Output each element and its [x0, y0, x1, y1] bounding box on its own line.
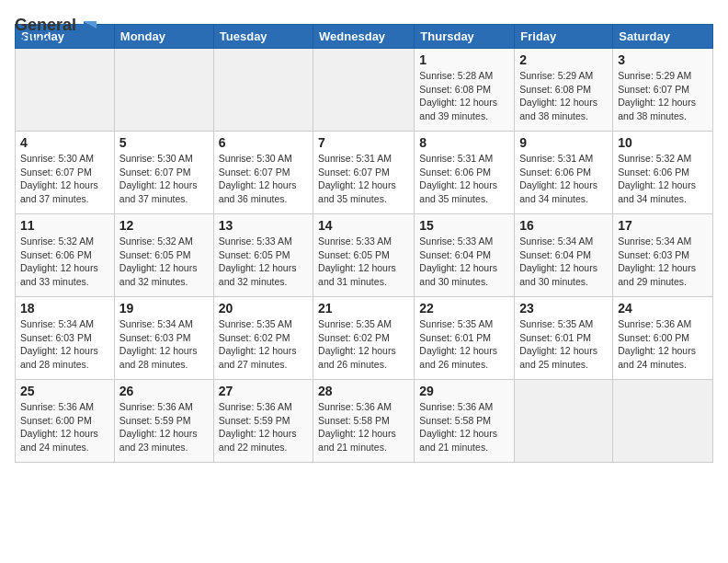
calendar-cell: 15Sunrise: 5:33 AM Sunset: 6:04 PM Dayli…	[415, 214, 515, 297]
header-row: Sunday Monday Tuesday Wednesday Thursday…	[16, 25, 713, 49]
day-number: 21	[318, 301, 409, 316]
calendar-cell: 20Sunrise: 5:35 AM Sunset: 6:02 PM Dayli…	[213, 297, 313, 380]
day-number: 11	[20, 218, 109, 233]
day-number: 13	[219, 218, 308, 233]
day-info: Sunrise: 5:33 AM Sunset: 6:04 PM Dayligh…	[419, 235, 509, 289]
day-info: Sunrise: 5:36 AM Sunset: 6:00 PM Dayligh…	[618, 317, 708, 372]
day-info: Sunrise: 5:31 AM Sunset: 6:06 PM Dayligh…	[419, 152, 509, 206]
calendar-cell: 16Sunrise: 5:34 AM Sunset: 6:04 PM Dayli…	[515, 214, 613, 297]
calendar-cell: 25Sunrise: 5:36 AM Sunset: 6:00 PM Dayli…	[16, 380, 115, 463]
day-number: 1	[419, 52, 509, 67]
calendar-cell: 24Sunrise: 5:36 AM Sunset: 6:00 PM Dayli…	[613, 297, 713, 380]
day-number: 17	[618, 218, 708, 233]
calendar-cell: 5Sunrise: 5:30 AM Sunset: 6:07 PM Daylig…	[114, 132, 213, 214]
calendar-cell: 29Sunrise: 5:36 AM Sunset: 5:58 PM Dayli…	[415, 380, 515, 463]
col-thursday: Thursday	[415, 25, 515, 49]
day-number: 2	[519, 52, 608, 67]
calendar-cell	[16, 49, 115, 132]
calendar-cell	[613, 380, 713, 463]
day-number: 4	[20, 135, 109, 150]
calendar-cell	[213, 49, 313, 132]
day-info: Sunrise: 5:32 AM Sunset: 6:05 PM Dayligh…	[119, 235, 209, 289]
col-friday: Friday	[515, 25, 613, 49]
day-number: 3	[618, 52, 708, 67]
col-wednesday: Wednesday	[313, 25, 415, 49]
day-info: Sunrise: 5:34 AM Sunset: 6:03 PM Dayligh…	[618, 235, 708, 289]
logo-icon	[80, 19, 100, 47]
day-info: Sunrise: 5:35 AM Sunset: 6:02 PM Dayligh…	[318, 317, 409, 372]
calendar-cell: 26Sunrise: 5:36 AM Sunset: 5:59 PM Dayli…	[114, 380, 213, 463]
calendar-week-2: 4Sunrise: 5:30 AM Sunset: 6:07 PM Daylig…	[16, 132, 713, 214]
calendar-cell: 1Sunrise: 5:28 AM Sunset: 6:08 PM Daylig…	[415, 49, 515, 132]
day-info: Sunrise: 5:29 AM Sunset: 6:07 PM Dayligh…	[618, 69, 708, 123]
calendar-cell: 10Sunrise: 5:32 AM Sunset: 6:06 PM Dayli…	[613, 132, 713, 214]
day-number: 23	[519, 301, 608, 316]
calendar-week-5: 25Sunrise: 5:36 AM Sunset: 6:00 PM Dayli…	[16, 380, 713, 463]
day-number: 24	[618, 301, 708, 316]
day-info: Sunrise: 5:36 AM Sunset: 5:58 PM Dayligh…	[318, 400, 409, 454]
calendar-cell: 14Sunrise: 5:33 AM Sunset: 6:05 PM Dayli…	[313, 214, 415, 297]
day-info: Sunrise: 5:33 AM Sunset: 6:05 PM Dayligh…	[219, 235, 308, 289]
day-number: 7	[318, 135, 409, 150]
day-number: 12	[119, 218, 209, 233]
calendar-table: Sunday Monday Tuesday Wednesday Thursday…	[15, 24, 713, 463]
day-info: Sunrise: 5:31 AM Sunset: 6:06 PM Dayligh…	[519, 152, 608, 206]
calendar-cell: 6Sunrise: 5:30 AM Sunset: 6:07 PM Daylig…	[213, 132, 313, 214]
calendar-cell: 19Sunrise: 5:34 AM Sunset: 6:03 PM Dayli…	[114, 297, 213, 380]
day-number: 28	[318, 384, 409, 398]
calendar-week-4: 18Sunrise: 5:34 AM Sunset: 6:03 PM Dayli…	[16, 297, 713, 380]
day-info: Sunrise: 5:30 AM Sunset: 6:07 PM Dayligh…	[219, 152, 308, 206]
day-number: 27	[219, 384, 308, 398]
day-info: Sunrise: 5:29 AM Sunset: 6:08 PM Dayligh…	[519, 69, 608, 123]
day-info: Sunrise: 5:30 AM Sunset: 6:07 PM Dayligh…	[119, 152, 209, 206]
day-info: Sunrise: 5:36 AM Sunset: 5:59 PM Dayligh…	[119, 400, 209, 454]
day-info: Sunrise: 5:35 AM Sunset: 6:02 PM Dayligh…	[219, 317, 308, 372]
calendar-cell: 13Sunrise: 5:33 AM Sunset: 6:05 PM Dayli…	[213, 214, 313, 297]
day-info: Sunrise: 5:36 AM Sunset: 5:59 PM Dayligh…	[219, 400, 308, 454]
day-info: Sunrise: 5:30 AM Sunset: 6:07 PM Dayligh…	[20, 152, 109, 206]
calendar-cell: 28Sunrise: 5:36 AM Sunset: 5:58 PM Dayli…	[313, 380, 415, 463]
day-number: 20	[219, 301, 308, 316]
day-number: 9	[519, 135, 608, 150]
day-number: 29	[419, 384, 509, 398]
day-number: 25	[20, 384, 109, 398]
day-info: Sunrise: 5:36 AM Sunset: 6:00 PM Dayligh…	[20, 400, 109, 454]
calendar-week-1: 1Sunrise: 5:28 AM Sunset: 6:08 PM Daylig…	[16, 49, 713, 132]
calendar-container: Sunday Monday Tuesday Wednesday Thursday…	[15, 24, 713, 463]
day-info: Sunrise: 5:36 AM Sunset: 5:58 PM Dayligh…	[419, 400, 509, 454]
day-number: 6	[219, 135, 308, 150]
logo-wordmark: General Blue	[15, 17, 76, 50]
day-number: 10	[618, 135, 708, 150]
calendar-cell: 17Sunrise: 5:34 AM Sunset: 6:03 PM Dayli…	[613, 214, 713, 297]
calendar-cell	[313, 49, 415, 132]
col-tuesday: Tuesday	[213, 25, 313, 49]
day-number: 18	[20, 301, 109, 316]
calendar-cell	[114, 49, 213, 132]
calendar-cell: 23Sunrise: 5:35 AM Sunset: 6:01 PM Dayli…	[515, 297, 613, 380]
calendar-week-3: 11Sunrise: 5:32 AM Sunset: 6:06 PM Dayli…	[16, 214, 713, 297]
calendar-cell: 18Sunrise: 5:34 AM Sunset: 6:03 PM Dayli…	[16, 297, 115, 380]
calendar-cell: 2Sunrise: 5:29 AM Sunset: 6:08 PM Daylig…	[515, 49, 613, 132]
day-info: Sunrise: 5:35 AM Sunset: 6:01 PM Dayligh…	[419, 317, 509, 372]
col-monday: Monday	[114, 25, 213, 49]
day-info: Sunrise: 5:31 AM Sunset: 6:07 PM Dayligh…	[318, 152, 409, 206]
day-number: 8	[419, 135, 509, 150]
calendar-header: Sunday Monday Tuesday Wednesday Thursday…	[16, 25, 713, 49]
calendar-cell: 3Sunrise: 5:29 AM Sunset: 6:07 PM Daylig…	[613, 49, 713, 132]
logo-general: General	[15, 17, 76, 33]
calendar-cell: 22Sunrise: 5:35 AM Sunset: 6:01 PM Dayli…	[415, 297, 515, 380]
calendar-cell: 7Sunrise: 5:31 AM Sunset: 6:07 PM Daylig…	[313, 132, 415, 214]
calendar-cell: 4Sunrise: 5:30 AM Sunset: 6:07 PM Daylig…	[16, 132, 115, 214]
day-info: Sunrise: 5:32 AM Sunset: 6:06 PM Dayligh…	[20, 235, 109, 289]
col-saturday: Saturday	[613, 25, 713, 49]
day-number: 14	[318, 218, 409, 233]
calendar-cell: 11Sunrise: 5:32 AM Sunset: 6:06 PM Dayli…	[16, 214, 115, 297]
calendar-cell	[515, 380, 613, 463]
logo-container: General Blue	[15, 17, 100, 50]
day-number: 5	[119, 135, 209, 150]
calendar-cell: 21Sunrise: 5:35 AM Sunset: 6:02 PM Dayli…	[313, 297, 415, 380]
day-info: Sunrise: 5:33 AM Sunset: 6:05 PM Dayligh…	[318, 235, 409, 289]
day-info: Sunrise: 5:28 AM Sunset: 6:08 PM Dayligh…	[419, 69, 509, 123]
day-info: Sunrise: 5:35 AM Sunset: 6:01 PM Dayligh…	[519, 317, 608, 372]
day-info: Sunrise: 5:32 AM Sunset: 6:06 PM Dayligh…	[618, 152, 708, 206]
